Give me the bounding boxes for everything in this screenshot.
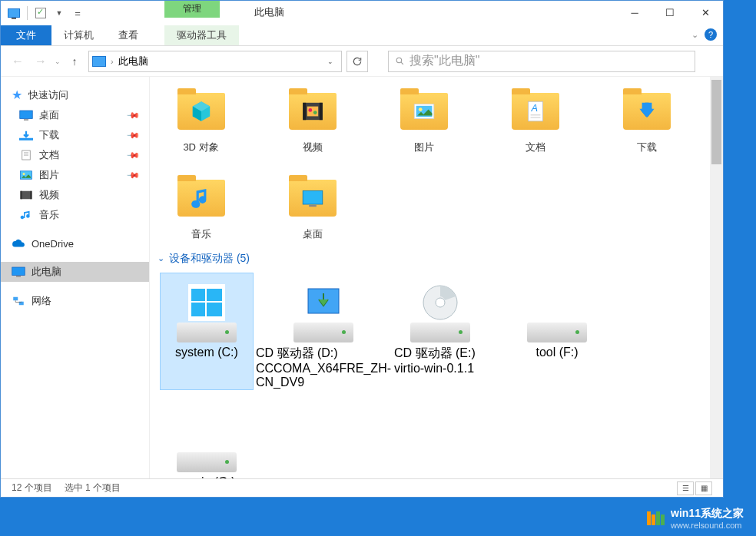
history-dropdown-icon[interactable]: ⌄ <box>55 58 61 65</box>
drive-movie-g[interactable]: movie (G:) <box>161 403 253 484</box>
navigation-bar: ← → ⌄ ↑ › 此电脑 ⌄ 搜索"此电脑" <box>1 46 723 77</box>
watermark: win11系统之家 www.relsound.com <box>647 507 744 530</box>
watermark-url: www.relsound.com <box>671 521 744 530</box>
drive-label: system (C:) <box>175 346 238 359</box>
svg-rect-31 <box>303 190 323 204</box>
ribbon-tab-drive-tools[interactable]: 驱动器工具 <box>164 25 239 45</box>
devices-section-header[interactable]: ⌄ 设备和驱动器 (5) <box>150 249 723 269</box>
svg-rect-15 <box>13 297 18 301</box>
music-icon <box>19 209 33 221</box>
explorer-window: ▼ = 管理 此电脑 ─ ☐ ✕ 文件 计算机 查看 驱动器工具 ⌄ ? ← →… <box>0 0 724 498</box>
sidebar-item-label: 下载 <box>39 128 59 142</box>
forward-button[interactable]: → <box>32 52 50 71</box>
monitor-icon <box>298 186 327 210</box>
svg-point-22 <box>313 111 317 114</box>
title-bar[interactable]: ▼ = 管理 此电脑 ─ ☐ ✕ <box>1 1 723 25</box>
drive-label: CD 驱动器 (E:) virtio-win-0.1.1 <box>394 346 486 376</box>
folder-videos[interactable]: 视频 <box>272 84 353 154</box>
document-icon <box>19 149 33 161</box>
search-placeholder: 搜索"此电脑" <box>410 53 479 69</box>
photo-icon <box>410 99 439 124</box>
cd-disc-icon <box>422 284 459 321</box>
breadcrumb-this-pc[interactable]: 此电脑 <box>118 55 148 68</box>
scroll-thumb[interactable] <box>711 80 721 164</box>
maximize-button[interactable]: ☐ <box>652 1 688 24</box>
folder-desktop[interactable]: 桌面 <box>272 171 353 241</box>
drive-label: CD 驱动器 (D:) CCCOMA_X64FRE_ZH-CN_DV9 <box>256 346 391 389</box>
back-button[interactable]: ← <box>8 52 27 71</box>
svg-point-30 <box>192 200 200 208</box>
sidebar-item-label: 视频 <box>39 188 59 202</box>
folder-label: 视频 <box>303 141 323 154</box>
drive-cd-e[interactable]: CD 驱动器 (E:) virtio-win-0.1.1 <box>394 273 486 389</box>
sidebar-item-label: 此电脑 <box>32 265 61 279</box>
window-title: 此电脑 <box>254 5 284 19</box>
sidebar-onedrive[interactable]: OneDrive <box>1 234 149 253</box>
pin-icon: 📌 <box>125 127 140 142</box>
close-button[interactable]: ✕ <box>688 1 723 24</box>
address-bar[interactable]: › 此电脑 ⌄ <box>88 51 342 72</box>
refresh-icon <box>352 56 363 67</box>
folder-downloads[interactable]: 下载 <box>606 84 687 154</box>
sidebar-network[interactable]: 网络 <box>1 291 149 311</box>
watermark-logo-icon <box>647 511 665 525</box>
refresh-button[interactable] <box>346 51 368 72</box>
sidebar-item-desktop[interactable]: 桌面 📌 <box>1 105 149 125</box>
hdd-icon <box>527 323 587 342</box>
folder-music[interactable]: 音乐 <box>161 171 241 241</box>
sidebar-quick-access[interactable]: ★ 快速访问 <box>1 84 149 105</box>
hdd-icon <box>177 323 237 342</box>
svg-rect-14 <box>16 276 21 277</box>
help-icon[interactable]: ? <box>705 28 717 41</box>
svg-rect-35 <box>207 289 222 301</box>
sidebar-item-videos[interactable]: 视频 <box>1 185 149 205</box>
hdd-icon <box>177 452 237 472</box>
ribbon-tab-view[interactable]: 查看 <box>106 25 151 45</box>
drive-system-c[interactable]: system (C:) <box>161 273 253 389</box>
sidebar-item-documents[interactable]: 文档 📌 <box>1 145 149 165</box>
svg-point-21 <box>308 108 312 112</box>
sidebar-label: 快速访问 <box>28 88 68 102</box>
sidebar-item-downloads[interactable]: 下载 📌 <box>1 125 149 145</box>
svg-rect-3 <box>24 119 28 121</box>
svg-point-40 <box>436 298 445 307</box>
svg-rect-4 <box>19 138 33 141</box>
svg-rect-19 <box>319 103 322 120</box>
folder-label: 下载 <box>637 141 657 154</box>
view-details-button[interactable]: ☰ <box>677 481 694 495</box>
folder-label: 桌面 <box>303 228 323 241</box>
address-dropdown-icon[interactable]: ⌄ <box>323 58 338 65</box>
sidebar-item-pictures[interactable]: 图片 📌 <box>1 165 149 185</box>
sidebar-item-music[interactable]: 音乐 <box>1 205 149 225</box>
svg-rect-12 <box>30 191 32 200</box>
sidebar-item-label: 音乐 <box>39 208 59 222</box>
qat-overflow-icon[interactable]: = <box>69 5 86 22</box>
pictures-icon <box>19 169 33 181</box>
ribbon-tab-computer[interactable]: 计算机 <box>51 25 106 45</box>
folder-documents[interactable]: A 文档 <box>495 84 575 154</box>
qat-dropdown-icon[interactable]: ▼ <box>51 5 68 22</box>
search-input[interactable]: 搜索"此电脑" <box>388 51 695 72</box>
folder-pictures[interactable]: 图片 <box>383 84 464 154</box>
qat-properties-icon[interactable] <box>32 5 49 22</box>
svg-rect-34 <box>191 289 205 301</box>
svg-rect-36 <box>191 303 205 316</box>
sidebar-item-label: 文档 <box>39 148 59 162</box>
breadcrumb-separator-icon: › <box>111 57 114 66</box>
up-button[interactable]: ↑ <box>65 52 84 71</box>
contextual-tab-group-label: 管理 <box>164 1 220 18</box>
folder-3d-objects[interactable]: 3D 对象 <box>161 84 241 154</box>
status-bar: 12 个项目 选中 1 个项目 ☰ ▦ <box>1 478 723 497</box>
vertical-scrollbar[interactable] <box>710 77 723 484</box>
section-title: 设备和驱动器 (5) <box>169 252 250 266</box>
sidebar-this-pc[interactable]: 此电脑 <box>1 262 149 282</box>
ribbon-tab-file[interactable]: 文件 <box>1 25 51 45</box>
svg-text:A: A <box>530 102 538 114</box>
drive-cd-d[interactable]: CD 驱动器 (D:) CCCOMA_X64FRE_ZH-CN_DV9 <box>277 273 370 389</box>
view-thumbnails-button[interactable]: ▦ <box>695 481 712 495</box>
qat-pc-icon[interactable] <box>5 5 22 22</box>
ribbon-expand-icon[interactable]: ⌄ <box>691 30 698 40</box>
sidebar-item-label: OneDrive <box>32 238 74 250</box>
minimize-button[interactable]: ─ <box>617 1 652 24</box>
drive-tool-f[interactable]: tool (F:) <box>511 273 603 389</box>
